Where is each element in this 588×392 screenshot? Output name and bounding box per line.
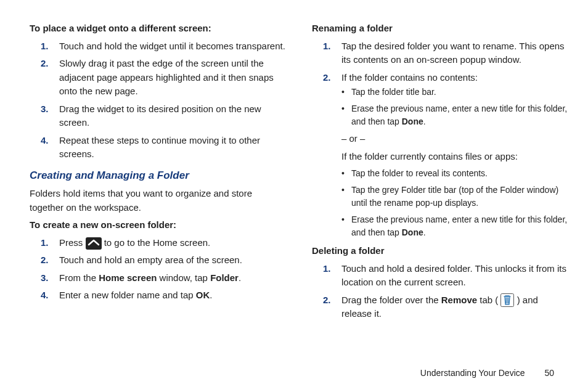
- text-bold: Remove: [441, 295, 477, 305]
- page: To place a widget onto a different scree…: [0, 0, 588, 361]
- bullets-empty: Tap the folder title bar. Erase the prev…: [341, 86, 570, 128]
- bullet-item: Tap the grey Folder title bar (top of th…: [341, 184, 570, 210]
- trash-icon: [500, 293, 514, 307]
- bullets-filled: Tap the folder to reveal its contents. T…: [341, 167, 570, 239]
- list-item: Enter a new folder name and tap OK.: [30, 288, 287, 303]
- page-footer: Understanding Your Device 50: [0, 367, 588, 380]
- left-column: To place a widget onto a different scree…: [30, 22, 287, 361]
- list-item: Drag the folder over the Remove tab ( ) …: [312, 293, 570, 321]
- right-column: Renaming a folder Tap the desired folder…: [312, 22, 570, 361]
- text: to go to the Home screen.: [104, 237, 211, 248]
- text-bold: OK: [196, 290, 210, 300]
- home-icon: [86, 237, 102, 250]
- bullet-item: Tap the folder to reveal its contents.: [341, 167, 570, 180]
- list-item: Repeat these steps to continue moving it…: [30, 134, 287, 161]
- widget-heading: To place a widget onto a different scree…: [30, 22, 287, 36]
- delete-heading: Deleting a folder: [312, 244, 570, 258]
- footer-section: Understanding Your Device: [420, 368, 525, 378]
- folder-intro: Folders hold items that you want to orga…: [30, 187, 287, 214]
- text-bold: Done: [402, 227, 423, 237]
- text-bold: Done: [402, 116, 423, 126]
- text: Erase the previous name, enter a new tit…: [351, 214, 567, 237]
- text: Enter a new folder name and tap: [59, 290, 196, 300]
- bullet-item: Tap the folder title bar.: [341, 86, 570, 99]
- list-item: Touch and hold the widget until it becom…: [30, 39, 287, 54]
- or-divider: – or –: [341, 132, 570, 146]
- list-item: Touch and hold a desired folder. This un…: [312, 262, 570, 290]
- rename-steps: Tap the desired folder you want to renam…: [312, 39, 570, 240]
- create-folder-steps: Press to go to the Home screen. Touch an…: [30, 236, 287, 303]
- svg-rect-0: [86, 237, 102, 250]
- text: .: [423, 227, 426, 237]
- text: .: [239, 272, 241, 283]
- delete-steps: Touch and hold a desired folder. This un…: [312, 262, 570, 321]
- text: Erase the previous name, enter a new tit…: [351, 104, 567, 126]
- bullet-item: Erase the previous name, enter a new tit…: [341, 213, 570, 239]
- text: window, tap: [157, 272, 210, 283]
- page-number: 50: [544, 368, 554, 378]
- text: If the folder contains no contents:: [341, 72, 478, 83]
- list-item: Touch and hold an empty area of the scre…: [30, 253, 287, 267]
- text: Drag the folder over the: [341, 295, 441, 305]
- text-bold: Folder: [210, 272, 239, 283]
- folder-section-heading: Creating and Managing a Folder: [30, 168, 287, 184]
- create-folder-heading: To create a new on-screen folder:: [30, 218, 287, 232]
- list-item: Tap the desired folder you want to renam…: [312, 39, 570, 67]
- has-contents-text: If the folder currently contains files o…: [341, 150, 570, 164]
- list-item: Drag the widget to its desired position …: [30, 102, 287, 130]
- list-item: From the Home screen window, tap Folder.: [30, 271, 287, 285]
- list-item: Slowly drag it past the edge of the scre…: [30, 57, 287, 99]
- text: tab (: [477, 295, 500, 305]
- text-bold: Home screen: [99, 272, 157, 283]
- text: Press: [59, 237, 86, 248]
- text: From the: [59, 272, 99, 283]
- rename-heading: Renaming a folder: [312, 22, 570, 36]
- list-item: Press to go to the Home screen.: [30, 236, 287, 250]
- text: .: [210, 290, 212, 300]
- widget-steps: Touch and hold the widget until it becom…: [30, 39, 287, 161]
- text: .: [423, 116, 426, 126]
- bullet-item: Erase the previous name, enter a new tit…: [341, 102, 570, 128]
- list-item: If the folder contains no contents: Tap …: [312, 71, 570, 240]
